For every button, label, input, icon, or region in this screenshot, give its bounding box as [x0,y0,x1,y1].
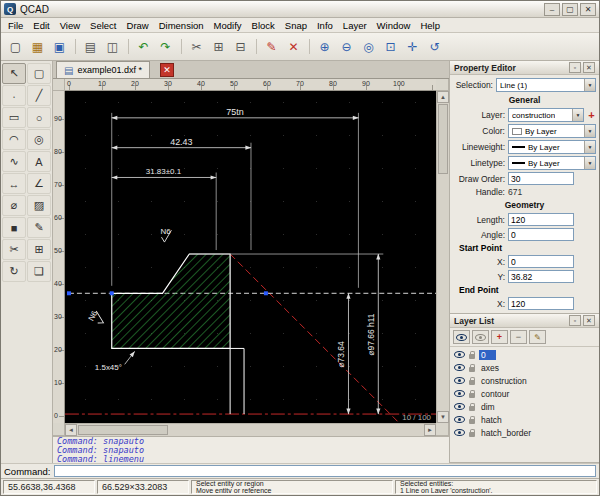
angle-dimension-tool-button[interactable]: ∠ [27,173,51,194]
selection-dropdown[interactable]: Line (1) ▼ [496,78,596,92]
ellipse-tool-button[interactable]: ◎ [27,129,51,150]
angle-input[interactable] [508,228,574,241]
layer-lock-icon[interactable] [469,432,475,437]
start-y-input[interactable] [508,270,574,283]
cut-button[interactable]: ✂ [186,36,207,57]
add-layer-icon[interactable]: + [587,109,596,121]
part-section-hatch[interactable] [112,254,230,348]
dimension-text-31[interactable]: 31.83±0.1 [146,167,182,176]
layer-row-hatch[interactable]: hatch [450,413,599,426]
undock-icon[interactable]: ▫ [569,315,581,326]
add-layer-button[interactable]: + [491,330,508,344]
dimension-text-dia73[interactable]: ⌀73.64 [336,341,346,367]
layer-lock-icon[interactable] [469,393,475,398]
trim-tool-button[interactable]: ✂ [2,239,26,260]
layer-lock-icon[interactable] [469,367,475,372]
zoom-previous-button[interactable]: ↺ [424,36,445,57]
menu-snap[interactable]: Snap [280,19,312,32]
layer-row-contour[interactable]: contour [450,387,599,400]
spline-tool-button[interactable]: ∿ [2,151,26,172]
modify-tool-button[interactable]: ✎ [27,217,51,238]
open-file-button[interactable]: ▦ [27,36,48,57]
arc-tool-button[interactable]: ◠ [2,129,26,150]
layer-lock-icon[interactable] [469,380,475,385]
layer-row-axes[interactable]: axes [450,361,599,374]
drawing-canvas[interactable]: 75tn 42.43 31.83±0.1 ⌀73.64 ⌀97.66 h11 N… [65,91,436,423]
hide-all-layers-button[interactable] [472,330,489,344]
layer-visibility-icon[interactable] [454,429,465,436]
menu-modify[interactable]: Modify [209,19,247,32]
layer-visibility-icon[interactable] [454,416,465,423]
length-input[interactable] [508,213,574,226]
layer-visibility-icon[interactable] [454,377,465,384]
drawing-svg[interactable]: 75tn 42.43 31.83±0.1 ⌀73.64 ⌀97.66 h11 N… [65,91,436,423]
maximize-button[interactable]: ▢ [562,3,578,16]
layer-lock-icon[interactable] [469,354,475,359]
dimension-lines[interactable] [112,118,379,414]
remove-layer-button[interactable]: − [510,330,527,344]
property-editor-titlebar[interactable]: Property Editor ▫ ✕ [450,61,599,75]
tab-close-icon[interactable]: ✕ [160,63,174,77]
zoom-auto-button[interactable]: ◎ [358,36,379,57]
grip-point[interactable] [110,291,114,295]
layer-visibility-icon[interactable] [454,403,465,410]
scroll-left-icon[interactable]: ◄ [65,424,77,436]
menu-file[interactable]: File [3,19,28,32]
deselect-tool-button[interactable]: ▢ [27,63,51,84]
zoom-in-button[interactable]: ⊕ [314,36,335,57]
start-x-input[interactable] [508,255,574,268]
grip-point[interactable] [264,291,268,295]
circle-tool-button[interactable]: ○ [27,107,51,128]
block-tool-button[interactable]: ⊞ [27,239,51,260]
dimension-tool-button[interactable]: ↔ [2,173,26,194]
layer-visibility-icon[interactable] [454,364,465,371]
iso-view-tool-button[interactable]: ❏ [27,261,51,282]
scroll-up-icon[interactable]: ▲ [437,91,449,103]
command-input[interactable] [54,465,596,477]
solid-tool-button[interactable]: ■ [2,217,26,238]
point-tool-button[interactable]: ∙ [2,85,26,106]
tab-example01[interactable]: ▤ example01.dxf * [56,61,150,78]
grip-point[interactable] [67,291,71,295]
horizontal-scrollbar[interactable]: ◄ ► [65,423,436,436]
text-tool-button[interactable]: A [27,151,51,172]
menu-dimension[interactable]: Dimension [154,19,209,32]
menu-block[interactable]: Block [247,19,280,32]
close-icon[interactable]: ✕ [583,62,595,73]
end-x-input[interactable] [508,297,574,310]
layer-list-titlebar[interactable]: Layer List ▫ ✕ [450,314,599,328]
save-file-button[interactable]: ▣ [49,36,70,57]
linetype-dropdown[interactable]: By Layer ▼ [508,156,596,170]
lineweight-dropdown[interactable]: By Layer ▼ [508,140,596,154]
diagonal-construction-line[interactable] [230,254,408,423]
edit-layer-button[interactable]: ✎ [529,330,546,344]
vertical-scroll-thumb[interactable] [438,104,448,174]
menu-select[interactable]: Select [85,19,121,32]
copy-button[interactable]: ⊞ [208,36,229,57]
draw-order-input[interactable] [508,172,574,185]
horizontal-scroll-thumb[interactable] [78,425,168,435]
print-preview-button[interactable]: ◫ [102,36,123,57]
menu-help[interactable]: Help [415,19,445,32]
chamfer-note[interactable]: 1.5x45° [95,363,122,372]
surface-finish-symbol-2[interactable]: N6 [87,309,107,327]
layer-lock-icon[interactable] [469,406,475,411]
show-all-layers-button[interactable] [453,330,470,344]
minimize-button[interactable]: – [544,3,560,16]
zoom-pan-button[interactable]: ✛ [402,36,423,57]
menu-edit[interactable]: Edit [28,19,54,32]
menu-info[interactable]: Info [312,19,338,32]
print-button[interactable]: ▤ [80,36,101,57]
menu-view[interactable]: View [55,19,85,32]
surface-finish-symbol-1[interactable]: N6 [160,227,171,242]
hatch-tool-button[interactable]: ▨ [27,195,51,216]
new-file-button[interactable]: ▢ [5,36,26,57]
zoom-out-button[interactable]: ⊖ [336,36,357,57]
diameter-dimension-tool-button[interactable]: ⌀ [2,195,26,216]
draw-pen-button[interactable]: ✎ [261,36,282,57]
dimension-text-42[interactable]: 42.43 [170,137,192,147]
vertical-scrollbar[interactable]: ▲ ▼ [436,91,449,423]
undo-button[interactable]: ↶ [133,36,154,57]
close-button[interactable]: ✕ [580,3,596,16]
layer-lock-icon[interactable] [469,419,475,424]
